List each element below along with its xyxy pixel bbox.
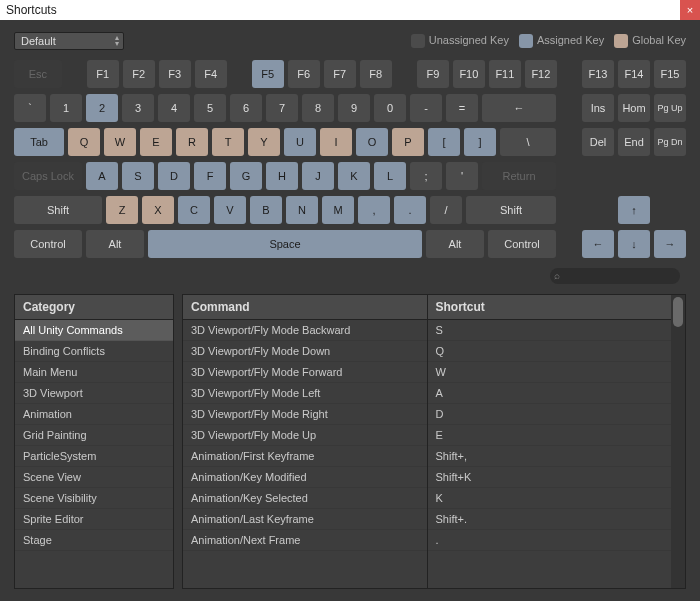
search-input[interactable]: [568, 270, 674, 282]
key-n[interactable]: N: [286, 196, 318, 224]
command-row[interactable]: 3D Viewport/Fly Mode Right: [183, 404, 427, 425]
key-rctrl[interactable]: Control: [488, 230, 556, 258]
key-semicolon[interactable]: ;: [410, 162, 442, 190]
key-h[interactable]: H: [266, 162, 298, 190]
key-f7[interactable]: F7: [324, 60, 356, 88]
key-capslock[interactable]: Caps Lock: [14, 162, 82, 190]
key-equals[interactable]: =: [446, 94, 478, 122]
key-lctrl[interactable]: Control: [14, 230, 82, 258]
key-f9[interactable]: F9: [417, 60, 449, 88]
key-left[interactable]: ←: [582, 230, 614, 258]
key-p[interactable]: P: [392, 128, 424, 156]
key-v[interactable]: V: [214, 196, 246, 224]
key-a[interactable]: A: [86, 162, 118, 190]
category-item[interactable]: Binding Conflicts: [15, 341, 173, 362]
key-f4[interactable]: F4: [195, 60, 227, 88]
category-item[interactable]: Scene View: [15, 467, 173, 488]
key-r[interactable]: R: [176, 128, 208, 156]
key-pgdn[interactable]: Pg Dn: [654, 128, 686, 156]
key-g[interactable]: G: [230, 162, 262, 190]
key-1[interactable]: 1: [50, 94, 82, 122]
key-u[interactable]: U: [284, 128, 316, 156]
key-lalt[interactable]: Alt: [86, 230, 144, 258]
key-end[interactable]: End: [618, 128, 650, 156]
key-f15[interactable]: F15: [654, 60, 686, 88]
key-5[interactable]: 5: [194, 94, 226, 122]
shortcut-row[interactable]: .: [428, 530, 672, 551]
key-f11[interactable]: F11: [489, 60, 521, 88]
key-f12[interactable]: F12: [525, 60, 557, 88]
key-i[interactable]: I: [320, 128, 352, 156]
command-row[interactable]: Animation/Next Frame: [183, 530, 427, 551]
search-field[interactable]: ⌕: [550, 268, 680, 284]
category-item[interactable]: All Unity Commands: [15, 320, 173, 341]
key-t[interactable]: T: [212, 128, 244, 156]
key-quote[interactable]: ': [446, 162, 478, 190]
key-lbracket[interactable]: [: [428, 128, 460, 156]
category-item[interactable]: Grid Painting: [15, 425, 173, 446]
category-item[interactable]: ParticleSystem: [15, 446, 173, 467]
key-slash[interactable]: /: [430, 196, 462, 224]
key-f10[interactable]: F10: [453, 60, 485, 88]
key-period[interactable]: .: [394, 196, 426, 224]
key-0[interactable]: 0: [374, 94, 406, 122]
key-home[interactable]: Hom: [618, 94, 650, 122]
key-return[interactable]: Return: [482, 162, 556, 190]
key-f6[interactable]: F6: [288, 60, 320, 88]
command-row[interactable]: Animation/Key Modified: [183, 467, 427, 488]
key-del[interactable]: Del: [582, 128, 614, 156]
scrollbar-thumb[interactable]: [673, 297, 683, 327]
key-3[interactable]: 3: [122, 94, 154, 122]
key-pgup[interactable]: Pg Up: [654, 94, 686, 122]
key-rshift[interactable]: Shift: [466, 196, 556, 224]
key-o[interactable]: O: [356, 128, 388, 156]
key-ralt[interactable]: Alt: [426, 230, 484, 258]
category-item[interactable]: Main Menu: [15, 362, 173, 383]
command-row[interactable]: 3D Viewport/Fly Mode Down: [183, 341, 427, 362]
key-k[interactable]: K: [338, 162, 370, 190]
shortcut-row[interactable]: Shift+,: [428, 446, 672, 467]
key-y[interactable]: Y: [248, 128, 280, 156]
key-d[interactable]: D: [158, 162, 190, 190]
key-4[interactable]: 4: [158, 94, 190, 122]
key-7[interactable]: 7: [266, 94, 298, 122]
key-f2[interactable]: F2: [123, 60, 155, 88]
key-8[interactable]: 8: [302, 94, 334, 122]
close-button[interactable]: ×: [680, 0, 700, 20]
category-item[interactable]: Animation: [15, 404, 173, 425]
key-up[interactable]: ↑: [618, 196, 650, 224]
key-f5[interactable]: F5: [252, 60, 284, 88]
key-lshift[interactable]: Shift: [14, 196, 102, 224]
key-f13[interactable]: F13: [582, 60, 614, 88]
shortcut-row[interactable]: A: [428, 383, 672, 404]
command-row[interactable]: Animation/Key Selected: [183, 488, 427, 509]
category-item[interactable]: Scene Visibility: [15, 488, 173, 509]
key-backtick[interactable]: `: [14, 94, 46, 122]
key-m[interactable]: M: [322, 196, 354, 224]
shortcut-row[interactable]: Shift+.: [428, 509, 672, 530]
key-s[interactable]: S: [122, 162, 154, 190]
key-f3[interactable]: F3: [159, 60, 191, 88]
key-c[interactable]: C: [178, 196, 210, 224]
key-9[interactable]: 9: [338, 94, 370, 122]
category-item[interactable]: 3D Viewport: [15, 383, 173, 404]
shortcut-row[interactable]: S: [428, 320, 672, 341]
category-item[interactable]: Sprite Editor: [15, 509, 173, 530]
shortcut-row[interactable]: Shift+K: [428, 467, 672, 488]
category-item[interactable]: Stage: [15, 530, 173, 551]
key-2[interactable]: 2: [86, 94, 118, 122]
shortcut-row[interactable]: W: [428, 362, 672, 383]
key-j[interactable]: J: [302, 162, 334, 190]
key-6[interactable]: 6: [230, 94, 262, 122]
key-ins[interactable]: Ins: [582, 94, 614, 122]
key-minus[interactable]: -: [410, 94, 442, 122]
key-x[interactable]: X: [142, 196, 174, 224]
command-row[interactable]: 3D Viewport/Fly Mode Up: [183, 425, 427, 446]
scrollbar[interactable]: [671, 295, 685, 588]
key-q[interactable]: Q: [68, 128, 100, 156]
key-right[interactable]: →: [654, 230, 686, 258]
key-backslash[interactable]: \: [500, 128, 556, 156]
key-esc[interactable]: Esc: [14, 60, 62, 88]
command-row[interactable]: 3D Viewport/Fly Mode Backward: [183, 320, 427, 341]
key-f[interactable]: F: [194, 162, 226, 190]
